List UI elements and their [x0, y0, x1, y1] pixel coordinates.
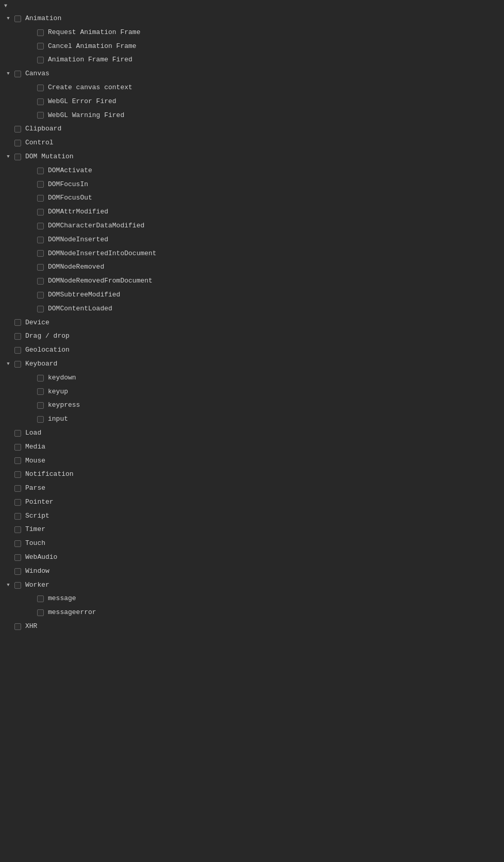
- child-dom-mutation-3[interactable]: DOMAttrModified: [0, 205, 504, 219]
- checkbox-timer[interactable]: [14, 526, 21, 533]
- checkbox-child-canvas-1[interactable]: [37, 98, 44, 105]
- checkbox-child-dom-mutation-5[interactable]: [37, 237, 44, 243]
- category-timer[interactable]: Timer: [0, 523, 504, 537]
- checkbox-child-keyboard-2[interactable]: [37, 402, 44, 409]
- category-load[interactable]: Load: [0, 426, 504, 440]
- category-device[interactable]: Device: [0, 316, 504, 330]
- checkbox-child-dom-mutation-10[interactable]: [37, 306, 44, 312]
- category-mouse[interactable]: Mouse: [0, 454, 504, 468]
- category-media[interactable]: Media: [0, 440, 504, 454]
- checkbox-mouse[interactable]: [14, 457, 21, 464]
- checkbox-load[interactable]: [14, 430, 21, 437]
- checkbox-child-animation-0[interactable]: [37, 29, 44, 36]
- child-dom-mutation-1[interactable]: DOMFocusIn: [0, 178, 504, 192]
- checkbox-keyboard[interactable]: [14, 361, 21, 368]
- child-dom-mutation-7[interactable]: DOMNodeRemoved: [0, 260, 504, 274]
- checkbox-child-keyboard-3[interactable]: [37, 416, 44, 423]
- category-drag-drop[interactable]: Drag / drop: [0, 329, 504, 343]
- checkbox-child-animation-2[interactable]: [37, 57, 44, 63]
- arrow-worker[interactable]: [4, 581, 12, 589]
- arrow-keyboard[interactable]: [4, 360, 12, 368]
- child-animation-0[interactable]: Request Animation Frame: [0, 26, 504, 40]
- category-dom-mutation[interactable]: DOM Mutation: [0, 150, 504, 164]
- child-keyboard-0[interactable]: keydown: [0, 371, 504, 385]
- child-keyboard-1[interactable]: keyup: [0, 385, 504, 399]
- checkbox-child-dom-mutation-4[interactable]: [37, 223, 44, 229]
- checkbox-device[interactable]: [14, 319, 21, 326]
- child-canvas-1[interactable]: WebGL Error Fired: [0, 95, 504, 109]
- label-child-dom-mutation-10: DOMContentLoaded: [48, 304, 112, 314]
- child-keyboard-2[interactable]: keypress: [0, 399, 504, 412]
- child-dom-mutation-4[interactable]: DOMCharacterDataModified: [0, 219, 504, 233]
- category-xhr[interactable]: XHR: [0, 620, 504, 634]
- checkbox-child-keyboard-1[interactable]: [37, 388, 44, 395]
- category-worker[interactable]: Worker: [0, 578, 504, 592]
- checkbox-child-canvas-2[interactable]: [37, 112, 44, 119]
- checkbox-animation[interactable]: [14, 15, 21, 22]
- checkbox-child-dom-mutation-0[interactable]: [37, 168, 44, 174]
- category-geolocation[interactable]: Geolocation: [0, 343, 504, 357]
- category-keyboard[interactable]: Keyboard: [0, 357, 504, 371]
- child-canvas-0[interactable]: Create canvas context: [0, 81, 504, 95]
- checkbox-clipboard[interactable]: [14, 126, 21, 132]
- checkbox-parse[interactable]: [14, 485, 21, 492]
- checkbox-child-worker-1[interactable]: [37, 609, 44, 616]
- checkbox-child-dom-mutation-8[interactable]: [37, 278, 44, 285]
- checkbox-canvas[interactable]: [14, 71, 21, 77]
- checkbox-control[interactable]: [14, 140, 21, 146]
- category-webaudio[interactable]: WebAudio: [0, 551, 504, 565]
- checkbox-child-dom-mutation-6[interactable]: [37, 250, 44, 257]
- arrow-animation[interactable]: [4, 14, 12, 23]
- category-clipboard[interactable]: Clipboard: [0, 122, 504, 136]
- checkbox-dom-mutation[interactable]: [14, 154, 21, 160]
- checkbox-child-dom-mutation-9[interactable]: [37, 292, 44, 299]
- child-worker-0[interactable]: message: [0, 592, 504, 606]
- child-animation-1[interactable]: Cancel Animation Frame: [0, 40, 504, 54]
- child-dom-mutation-8[interactable]: DOMNodeRemovedFromDocument: [0, 274, 504, 288]
- child-dom-mutation-6[interactable]: DOMNodeInsertedIntoDocument: [0, 247, 504, 261]
- category-pointer[interactable]: Pointer: [0, 495, 504, 509]
- checkbox-geolocation[interactable]: [14, 347, 21, 354]
- checkbox-pointer[interactable]: [14, 499, 21, 506]
- category-animation[interactable]: Animation: [0, 12, 504, 26]
- checkbox-child-canvas-0[interactable]: [37, 85, 44, 91]
- category-notification[interactable]: Notification: [0, 468, 504, 482]
- category-window[interactable]: Window: [0, 565, 504, 578]
- arrow-dom-mutation[interactable]: [4, 153, 12, 161]
- child-dom-mutation-10[interactable]: DOMContentLoaded: [0, 302, 504, 316]
- checkbox-media[interactable]: [14, 444, 21, 451]
- checkbox-drag-drop[interactable]: [14, 333, 21, 340]
- child-dom-mutation-2[interactable]: DOMFocusOut: [0, 191, 504, 205]
- category-canvas[interactable]: Canvas: [0, 67, 504, 81]
- category-touch[interactable]: Touch: [0, 537, 504, 551]
- checkbox-child-dom-mutation-1[interactable]: [37, 181, 44, 188]
- child-animation-2[interactable]: Animation Frame Fired: [0, 53, 504, 67]
- child-dom-mutation-0[interactable]: DOMActivate: [0, 164, 504, 178]
- checkbox-script[interactable]: [14, 513, 21, 520]
- label-control: Control: [25, 138, 54, 148]
- checkbox-child-worker-0[interactable]: [37, 595, 44, 602]
- label-worker: Worker: [25, 580, 49, 591]
- category-script[interactable]: Script: [0, 509, 504, 523]
- checkbox-window[interactable]: [14, 568, 21, 575]
- arrow-canvas[interactable]: [4, 70, 12, 78]
- category-parse[interactable]: Parse: [0, 482, 504, 495]
- child-dom-mutation-5[interactable]: DOMNodeInserted: [0, 233, 504, 247]
- event-listener-breakpoints-panel: ▼ AnimationRequest Animation FrameCancel…: [0, 0, 504, 634]
- checkbox-child-animation-1[interactable]: [37, 43, 44, 49]
- checkbox-worker[interactable]: [14, 582, 21, 589]
- checkbox-webaudio[interactable]: [14, 554, 21, 561]
- checkbox-child-dom-mutation-7[interactable]: [37, 264, 44, 271]
- checkbox-child-dom-mutation-2[interactable]: [37, 195, 44, 202]
- child-keyboard-3[interactable]: input: [0, 412, 504, 426]
- checkbox-notification[interactable]: [14, 471, 21, 478]
- checkbox-touch[interactable]: [14, 540, 21, 547]
- child-worker-1[interactable]: messageerror: [0, 606, 504, 620]
- child-dom-mutation-9[interactable]: DOMSubtreeModified: [0, 288, 504, 302]
- child-canvas-2[interactable]: WebGL Warning Fired: [0, 109, 504, 123]
- checkbox-child-keyboard-0[interactable]: [37, 375, 44, 382]
- category-control[interactable]: Control: [0, 136, 504, 150]
- label-touch: Touch: [25, 538, 45, 549]
- checkbox-child-dom-mutation-3[interactable]: [37, 209, 44, 216]
- checkbox-xhr[interactable]: [14, 623, 21, 630]
